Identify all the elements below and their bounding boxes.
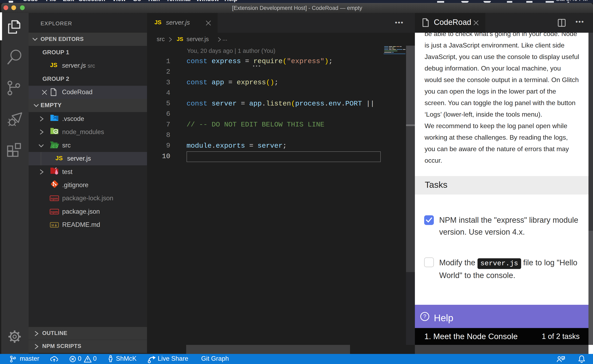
svg-text:M: M [52,223,54,227]
svg-text:npm: npm [51,197,58,201]
svg-text:npm: npm [51,210,58,214]
svg-text:JS: JS [54,130,57,133]
svg-text:?: ? [423,313,426,319]
